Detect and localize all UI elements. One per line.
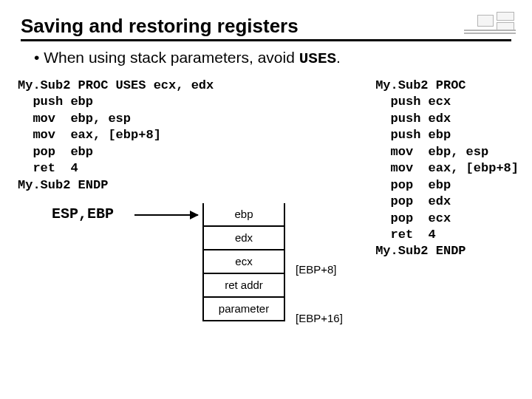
arrow-icon bbox=[134, 214, 198, 216]
stack-cell: ecx bbox=[204, 250, 284, 274]
uses-keyword: USES bbox=[299, 50, 336, 67]
stack-cell: edx bbox=[204, 227, 284, 250]
offset-label-ebp16: [EBP+16] bbox=[296, 311, 343, 326]
bullet-text: • When using stack parameters, avoid bbox=[34, 49, 299, 66]
offset-label-ebp8: [EBP+8] bbox=[296, 262, 336, 277]
code-block-right: My.Sub2 PROC push ecx push edx push ebp … bbox=[375, 78, 519, 260]
logo-graphic bbox=[464, 9, 516, 40]
stack-pointer-label: ESP,EBP bbox=[52, 205, 114, 224]
stack-cell: ebp bbox=[204, 203, 284, 227]
slide-title: Saving and restoring registers bbox=[21, 15, 511, 41]
bullet-line: • When using stack parameters, avoid USE… bbox=[34, 49, 511, 67]
code-block-left: My.Sub2 PROC USES ecx, edx push ebp mov … bbox=[18, 78, 214, 194]
stack-cell: ret addr bbox=[204, 274, 284, 298]
bullet-tail: . bbox=[336, 49, 341, 66]
stack-diagram: ebp edx ecx ret addr parameter bbox=[202, 203, 285, 321]
stack-cell: parameter bbox=[204, 298, 284, 321]
